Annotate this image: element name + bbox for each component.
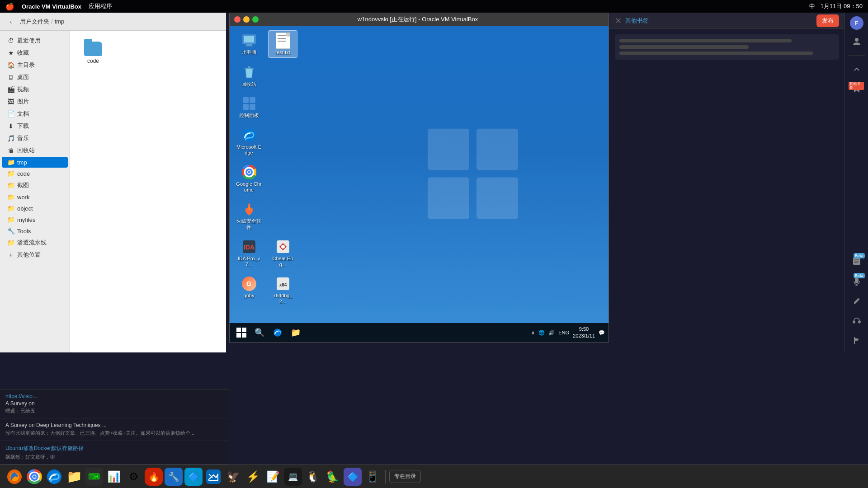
dock-terminal[interactable]: ⌨: [85, 468, 103, 486]
win-lang[interactable]: ENG: [558, 330, 569, 335]
chat-link-1[interactable]: https://visio...: [5, 393, 224, 399]
dock-app-blue[interactable]: 🔧: [165, 468, 183, 486]
dock-firefox[interactable]: [5, 468, 24, 486]
sidebar-item-object[interactable]: 📁 object: [2, 203, 68, 214]
win-edge-taskbar[interactable]: [269, 324, 286, 341]
breadcrumb-home[interactable]: 用户文件夹: [20, 18, 49, 26]
close-tab-icon[interactable]: ✕: [615, 16, 622, 26]
folder-code[interactable]: code: [77, 38, 109, 68]
sidebar-item-code[interactable]: 📁 code: [2, 168, 68, 179]
dock-app-purple[interactable]: 🦅: [224, 468, 242, 486]
column-dir-button[interactable]: 专栏目录: [389, 470, 421, 483]
sidebar-item-favorites[interactable]: ★ 收藏: [2, 47, 68, 59]
desktop-icon-mycomputer[interactable]: 此电脑: [234, 30, 264, 58]
dock-terminal-2[interactable]: 💻: [284, 468, 302, 486]
sidebar-item-pentest[interactable]: 📁 渗透流水线: [2, 237, 68, 249]
dock-activity[interactable]: 📊: [105, 468, 123, 486]
sidebar-item-tools[interactable]: 🔧 Tools: [2, 225, 68, 236]
recent-icon: ⏱: [7, 37, 14, 44]
user-avatar[interactable]: F: [850, 16, 863, 30]
sidebar-item-work[interactable]: 📁 work: [2, 192, 68, 202]
flag-icon[interactable]: [849, 333, 865, 349]
dock-tux[interactable]: 🐧: [304, 468, 322, 486]
notes-beta-icon[interactable]: Beta: [849, 253, 865, 269]
dock-app-teal[interactable]: 🔷: [184, 468, 203, 486]
desktop-icon-goby[interactable]: G goby: [234, 274, 264, 306]
sidebar-item-recent[interactable]: ⏱ 最近使用: [2, 35, 68, 47]
publish-button[interactable]: 发布: [816, 14, 839, 27]
dock-app-lightning[interactable]: ⚡: [244, 468, 262, 486]
win10-desktop[interactable]: 此电脑 test.txt: [230, 26, 609, 342]
win-clock[interactable]: 9:50 2023/1/11: [573, 326, 595, 340]
music-icon: 🎵: [7, 135, 14, 142]
dock-separator: [385, 470, 386, 483]
desktop-icon-recycle[interactable]: 回收站: [234, 62, 264, 89]
testtxt-label: test.txt: [275, 50, 290, 56]
user-icon-2[interactable]: [849, 33, 865, 50]
win-notification-icon[interactable]: 💬: [599, 330, 605, 336]
dock-app-extra[interactable]: 🔷: [344, 468, 362, 486]
sidebar-item-documents[interactable]: 📄 文档: [2, 108, 68, 120]
cp-header: ✕ 其他书签 发布: [609, 13, 844, 29]
bottom-chat-panel: https://visio... A Survey on 嗯遥：已给五 A Su…: [0, 389, 229, 465]
dock-app-11[interactable]: 📱: [363, 468, 382, 486]
fm-back-button[interactable]: ‹: [5, 16, 16, 27]
win-explorer-taskbar[interactable]: 📁: [288, 324, 304, 341]
chat-item-1[interactable]: https://visio... A Survey on 嗯遥：已给五: [0, 389, 229, 418]
voice-beta-icon[interactable]: Beta: [849, 273, 865, 289]
win-start-button[interactable]: [233, 324, 250, 341]
desktop-icon-row-0: 此电脑 test.txt: [234, 30, 297, 58]
breadcrumb-path[interactable]: tmp: [55, 18, 65, 25]
desktop-icon-x64dbg[interactable]: x64 x64dbg_2...: [268, 274, 297, 306]
sidebar-item-trash[interactable]: 🗑 回收站: [2, 145, 68, 156]
expand-icon[interactable]: [849, 61, 865, 77]
bookmarks-tab-label[interactable]: 其他书签: [625, 17, 649, 25]
vbox-close-button[interactable]: [234, 16, 241, 23]
menu-app-programs[interactable]: 应用程序: [89, 2, 112, 10]
sidebar-item-screenshots[interactable]: 📁 截图: [2, 179, 68, 191]
vbox-maximize-button[interactable]: [252, 16, 259, 23]
sidebar-item-pictures[interactable]: 🖼 图片: [2, 96, 68, 108]
star-icon: ★: [7, 49, 14, 56]
sidebar-item-myfiles[interactable]: 📁 myfiles: [2, 214, 68, 225]
desktop-icon-cheatengine[interactable]: Cheat Eng...: [268, 237, 297, 269]
sidebar-item-desktop[interactable]: 🖥 桌面: [2, 71, 68, 83]
bookmarks-icon[interactable]: 其他书签: [849, 81, 865, 97]
dock-app-red[interactable]: 🔥: [145, 468, 163, 486]
vbox-content[interactable]: 此电脑 test.txt: [230, 26, 609, 342]
sidebar-item-videos[interactable]: 🎬 视频: [2, 84, 68, 95]
desktop-icon-edge[interactable]: Microsoft Edge: [234, 125, 264, 158]
sidebar-item-music[interactable]: 🎵 音乐: [2, 132, 68, 144]
headphones-icon[interactable]: [849, 313, 865, 329]
desktop-icon-testtxt[interactable]: test.txt: [268, 30, 297, 58]
desktop-icon-controlpanel[interactable]: 控制面板: [234, 94, 264, 120]
dock-files[interactable]: 📁: [65, 468, 83, 486]
chat-link-3[interactable]: Ubuntu修改Docker默认存储路径: [5, 445, 224, 452]
dock-browser[interactable]: [25, 468, 43, 486]
vbox-titlebar: w1ndovvslo [正在运行] - Oracle VM VirtualBox: [230, 13, 609, 26]
svg-rect-26: [236, 328, 241, 332]
dock-chromium[interactable]: [45, 468, 63, 486]
dock-vscode[interactable]: [204, 468, 222, 486]
content-scroll-area[interactable]: [609, 29, 844, 352]
sidebar-item-tmp[interactable]: 📁 tmp: [2, 157, 68, 168]
apple-menu[interactable]: 🍎: [5, 2, 14, 11]
vbox-minimize-button[interactable]: [243, 16, 250, 23]
chat-item-3[interactable]: Ubuntu修改Docker默认存储路径 飘飘然：好文章呀，谢: [0, 441, 229, 465]
x64dbg-label: x64dbg_2...: [270, 293, 296, 305]
desktop-icon-ida[interactable]: IDA IDA Pro_v7...: [234, 237, 264, 269]
dock-social[interactable]: 🦜: [324, 468, 342, 486]
goby-icon-img: G: [241, 276, 257, 292]
dock-settings[interactable]: ⚙: [125, 468, 143, 486]
win-search-button[interactable]: 🔍: [251, 324, 268, 341]
doc-icon: 📄: [7, 110, 14, 117]
sidebar-item-other[interactable]: + 其他位置: [2, 249, 68, 261]
dock-app-pencil[interactable]: 📝: [264, 468, 282, 486]
sidebar-item-home[interactable]: 🏠 主目录: [2, 59, 68, 71]
chat-item-2[interactable]: A Survey on Deep Learning Techniques ...…: [0, 418, 229, 441]
sidebar-item-downloads[interactable]: ⬇ 下载: [2, 120, 68, 132]
desktop-icon-huorong[interactable]: 火绒安全软件: [234, 199, 264, 232]
edit-icon[interactable]: [849, 293, 865, 309]
desktop-icon-chrome[interactable]: Google Chrome: [234, 162, 264, 195]
current-app[interactable]: Oracle VM VirtualBox: [22, 3, 81, 10]
